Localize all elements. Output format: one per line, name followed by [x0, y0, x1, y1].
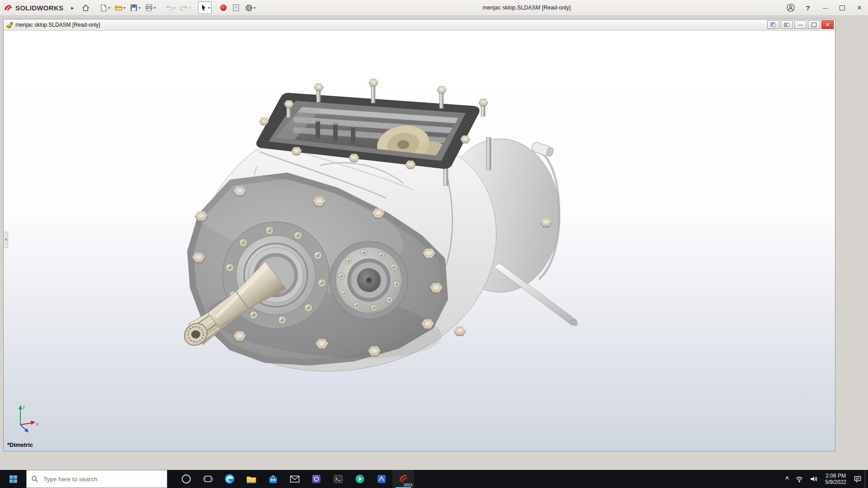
- taskbar-clock[interactable]: 2:06 PM 5/9/2022: [821, 470, 850, 488]
- options-button[interactable]: ▾: [243, 1, 257, 14]
- solidworks-brand: SOLIDWORKS: [0, 4, 67, 12]
- properties-button[interactable]: [230, 1, 242, 14]
- close-icon: ×: [857, 3, 862, 13]
- home-icon: [81, 4, 90, 12]
- document-title: menjac sklop.SLDASM [Read-only]: [15, 22, 100, 28]
- assembly-document-icon: [6, 22, 13, 28]
- clock-date: 5/9/2022: [825, 479, 846, 485]
- clock-time: 2:06 PM: [826, 473, 846, 479]
- save-button[interactable]: ▾: [128, 1, 142, 14]
- show-desktop-button[interactable]: [865, 470, 868, 488]
- document-titlebar[interactable]: menjac sklop.SLDASM [Read-only] — ×: [4, 19, 835, 31]
- undo-button[interactable]: ▾: [163, 1, 177, 14]
- doc-minimize-button[interactable]: —: [794, 20, 807, 29]
- task-view-icon: [203, 474, 213, 484]
- document-window: menjac sklop.SLDASM [Read-only] — ×: [3, 19, 835, 451]
- taskbar-edge[interactable]: [219, 470, 241, 488]
- redo-button[interactable]: ▾: [178, 1, 192, 14]
- file-explorer-icon: [246, 474, 257, 484]
- blue-app-icon: [376, 474, 387, 484]
- close-button[interactable]: ×: [851, 0, 868, 15]
- taskbar-apps: 2021: [175, 470, 414, 488]
- document-window-controls: — ×: [767, 20, 834, 29]
- doc-close-button[interactable]: ×: [821, 20, 834, 29]
- pane-icon: [784, 22, 790, 27]
- open-button[interactable]: ▾: [113, 1, 127, 14]
- maximize-button[interactable]: [834, 0, 851, 15]
- taskbar-app-8[interactable]: [327, 470, 349, 488]
- solidworks-app: SOLIDWORKS ▸ ▾ ▾ ▾ ▾: [0, 0, 868, 488]
- gear-icon: [245, 4, 253, 12]
- restore-icon: [811, 23, 816, 27]
- triad-y-label: y: [23, 404, 25, 409]
- app-title: menjac sklop.SLDASM [Read-only]: [271, 5, 782, 11]
- graphics-area[interactable]: y x *Dimetric: [4, 31, 835, 451]
- app-tile-icon: [311, 474, 322, 484]
- help-icon: ?: [806, 4, 810, 12]
- taskbar-search[interactable]: [26, 470, 167, 488]
- save-icon: [130, 4, 138, 12]
- main-toolbar: ▾ ▾ ▾ ▾ ▾ ▾: [80, 1, 257, 14]
- taskbar-store: [262, 470, 284, 488]
- redo-icon: [180, 4, 188, 12]
- taskbar-app-9[interactable]: [349, 470, 371, 488]
- tray-expand-button[interactable]: ^: [782, 470, 792, 488]
- taskbar-solidworks[interactable]: 2021: [392, 470, 414, 488]
- dropdown-caret[interactable]: ▾: [189, 6, 190, 10]
- mail-icon: [289, 474, 300, 484]
- dropdown-caret[interactable]: ▾: [208, 6, 210, 10]
- orientation-triad[interactable]: y x: [19, 404, 38, 432]
- system-tray: ^ 2:06 PM 5/9/2022: [782, 470, 868, 488]
- properties-sheet-icon: [232, 4, 240, 12]
- 3dexperience-button[interactable]: [217, 1, 229, 14]
- taskbar-file-explorer[interactable]: [241, 470, 262, 488]
- print-icon: [145, 4, 153, 12]
- start-button[interactable]: [0, 470, 26, 488]
- select-arrow-icon: [200, 4, 208, 12]
- dropdown-caret[interactable]: ▾: [174, 6, 175, 10]
- chevron-up-icon: ^: [785, 475, 789, 483]
- pane-icon: [770, 22, 776, 27]
- pane-toggle-button-2[interactable]: [781, 20, 793, 29]
- dropdown-caret[interactable]: ▾: [123, 6, 125, 10]
- help-button[interactable]: ?: [799, 0, 816, 15]
- volume-button[interactable]: [807, 470, 821, 488]
- taskbar-app-7[interactable]: [306, 470, 327, 488]
- feature-tree-collapse-tab[interactable]: [4, 232, 8, 248]
- red-sphere-icon: [219, 4, 227, 12]
- taskbar-cortana[interactable]: [175, 470, 197, 488]
- dropdown-caret[interactable]: ▾: [138, 6, 140, 10]
- dropdown-caret[interactable]: ▾: [108, 6, 110, 10]
- taskbar-app-10[interactable]: [371, 470, 392, 488]
- avatar-icon: [786, 3, 795, 12]
- print-button[interactable]: ▾: [143, 1, 157, 14]
- app-window-controls: ? — ×: [782, 0, 868, 15]
- pane-toggle-button-1[interactable]: [767, 20, 779, 29]
- select-tool-button[interactable]: ▾: [198, 1, 212, 14]
- minimize-icon: —: [798, 22, 803, 27]
- dropdown-caret[interactable]: ▾: [154, 6, 156, 10]
- undo-icon: [165, 4, 173, 12]
- edge-icon: [224, 473, 236, 485]
- network-button[interactable]: [792, 470, 807, 488]
- minimize-icon: —: [823, 5, 828, 10]
- doc-restore-button[interactable]: [808, 20, 820, 29]
- taskbar-mail[interactable]: [284, 470, 306, 488]
- green-app-icon: [354, 474, 365, 484]
- search-input[interactable]: [42, 475, 153, 483]
- action-center-button[interactable]: [850, 470, 865, 488]
- dropdown-caret[interactable]: ▾: [254, 6, 255, 10]
- minimize-button[interactable]: —: [816, 0, 834, 15]
- wifi-icon: [795, 475, 803, 483]
- account-button[interactable]: [782, 0, 799, 15]
- cortana-icon: [181, 474, 192, 484]
- home-button[interactable]: [80, 1, 92, 14]
- menu-flyout-arrow-icon[interactable]: ▸: [67, 5, 78, 11]
- taskbar-task-view[interactable]: [197, 470, 219, 488]
- windows-logo-icon: [9, 475, 17, 483]
- close-icon: ×: [826, 21, 830, 28]
- model-viewport[interactable]: y x: [4, 31, 835, 451]
- model-gearbox[interactable]: [174, 79, 579, 371]
- search-icon: [31, 475, 38, 483]
- new-document-button[interactable]: ▾: [98, 1, 112, 14]
